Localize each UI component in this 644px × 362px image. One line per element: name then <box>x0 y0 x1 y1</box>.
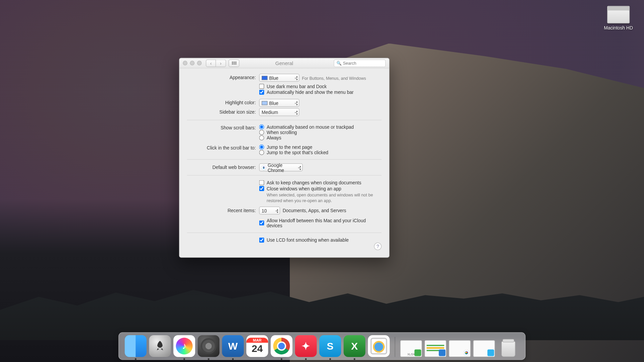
click-spot-radio[interactable] <box>259 150 264 155</box>
scroll-when-radio[interactable] <box>259 130 264 135</box>
rocket-icon <box>154 340 166 353</box>
chevrons-icon: ▴▾ <box>296 75 298 81</box>
appearance-label: Appearance: <box>187 74 259 80</box>
scroll-auto-label: Automatically based on mouse or trackpad <box>267 124 354 129</box>
close-button[interactable] <box>183 61 187 65</box>
lcd-smoothing-checkbox[interactable] <box>259 238 264 243</box>
browser-value: Google Chrome <box>268 162 296 172</box>
highlight-swatch-icon <box>262 101 268 105</box>
window-traffic-lights <box>183 61 202 65</box>
scroll-auto-radio[interactable] <box>259 124 264 129</box>
sidebar-size-label: Sidebar icon size: <box>187 108 259 115</box>
dock-app-skype[interactable]: S <box>319 335 341 357</box>
search-icon: 🔍 <box>336 61 341 65</box>
window-titlebar[interactable]: ‹ › General 🔍 <box>179 58 389 68</box>
chrome-icon <box>273 338 290 355</box>
dock-app-itunes[interactable] <box>173 335 195 357</box>
dock-app-excel[interactable]: X <box>343 335 365 357</box>
running-indicator-icon <box>329 358 331 360</box>
dock-trash[interactable] <box>497 335 519 357</box>
chrome-icon <box>262 165 266 170</box>
appearance-value: Blue <box>269 75 279 80</box>
preferences-body: Appearance: Blue ▴▾ For Buttons, Menus, … <box>179 68 389 257</box>
autohide-menubar-checkbox[interactable] <box>259 90 264 95</box>
dock-separator <box>395 337 395 357</box>
highlight-select[interactable]: Blue ▴▾ <box>259 99 300 107</box>
close-windows-checkbox[interactable] <box>259 186 264 191</box>
appearance-select[interactable]: Blue ▴▾ <box>259 74 300 82</box>
handoff-label: Allow Handoff between this Mac and your … <box>267 218 382 228</box>
handoff-checkbox[interactable] <box>259 221 264 226</box>
scrollbars-label: Show scroll bars: <box>187 124 259 130</box>
ask-keep-label: Ask to keep changes when closing documen… <box>267 180 361 185</box>
search-input[interactable] <box>343 61 383 65</box>
dock-app-system-preferences[interactable] <box>198 335 219 357</box>
divider <box>187 120 382 120</box>
close-windows-label: Close windows when quitting an app <box>267 186 341 191</box>
recent-items-select[interactable]: 10 ▴▾ <box>259 206 280 215</box>
sidebar-size-select[interactable]: Medium ▴▾ <box>259 108 300 116</box>
excel-letter: X <box>351 340 358 352</box>
divider <box>187 233 382 233</box>
running-indicator-icon <box>305 358 307 360</box>
search-field[interactable]: 🔍 <box>334 59 386 67</box>
blue-swatch-icon <box>262 76 268 80</box>
recent-items-hint: Documents, Apps, and Servers <box>283 208 346 213</box>
running-indicator-icon <box>208 358 209 360</box>
appearance-hint: For Buttons, Menus, and Windows <box>302 76 366 81</box>
desktop-icon-macintosh-hd[interactable]: Macintosh HD <box>602 6 635 31</box>
divider <box>187 175 382 176</box>
browser-label: Default web browser: <box>187 164 259 170</box>
dock-app-mail[interactable] <box>368 335 390 357</box>
browser-select[interactable]: Google Chrome ▴▾ <box>259 164 303 172</box>
dock-minimized-window-chrome[interactable] <box>449 340 471 357</box>
dock-minimized-window-word[interactable] <box>425 340 446 357</box>
running-indicator-icon <box>183 358 185 360</box>
highlight-value: Blue <box>269 100 279 105</box>
skype-badge-icon <box>487 350 494 356</box>
chevrons-icon: ▴▾ <box>277 208 278 214</box>
dock-app-word[interactable]: W <box>222 335 244 357</box>
show-all-button[interactable] <box>228 59 239 67</box>
scroll-always-radio[interactable] <box>259 135 264 140</box>
dock-minimized-window-skype[interactable] <box>473 340 495 357</box>
zoom-button[interactable] <box>197 61 202 65</box>
chrome-badge-icon <box>463 350 470 356</box>
minimize-button[interactable] <box>190 61 195 65</box>
help-button[interactable]: ? <box>374 243 382 250</box>
dock-minimized-window-xlsx[interactable]: XLSX <box>400 340 422 357</box>
dock-app-launchpad[interactable] <box>149 335 171 357</box>
dock-app-calendar[interactable]: MAR 24 <box>246 335 268 357</box>
click-scroll-label: Click in the scroll bar to: <box>187 144 259 150</box>
forward-button[interactable]: › <box>216 59 226 67</box>
recent-items-label: Recent items: <box>187 206 259 213</box>
running-indicator-icon <box>135 358 137 360</box>
autohide-menubar-label: Automatically hide and show the menu bar <box>267 90 354 95</box>
chevrons-icon: ▴▾ <box>300 165 301 171</box>
excel-badge-icon <box>415 350 421 356</box>
scroll-always-label: Always <box>267 135 281 140</box>
running-indicator-icon <box>354 358 355 360</box>
running-indicator-icon <box>232 358 234 360</box>
ask-keep-checkbox[interactable] <box>259 180 264 185</box>
running-indicator-icon <box>281 358 282 360</box>
dock-app-chrome[interactable] <box>271 335 292 357</box>
desktop-icon-label: Macintosh HD <box>602 25 635 30</box>
click-next-radio[interactable] <box>259 144 264 149</box>
click-spot-label: Jump to the spot that's clicked <box>267 150 328 155</box>
stamp-icon <box>370 338 387 355</box>
click-next-label: Jump to the next page <box>267 144 312 149</box>
recent-items-value: 10 <box>262 208 267 213</box>
word-badge-icon <box>439 350 445 356</box>
dock-app-finder[interactable] <box>125 335 147 357</box>
back-button[interactable]: ‹ <box>206 59 216 67</box>
dock-app-red[interactable]: ✦ <box>295 335 317 357</box>
syspref-general-window: ‹ › General 🔍 Appearance: Blue ▴▾ For Bu… <box>179 58 390 258</box>
chevrons-icon: ▴▾ <box>296 100 298 106</box>
itunes-icon <box>176 338 193 355</box>
dark-menu-checkbox[interactable] <box>259 84 264 89</box>
word-letter: W <box>228 340 237 352</box>
sidebar-size-value: Medium <box>262 110 278 115</box>
harddrive-icon <box>607 6 630 24</box>
spacer <box>187 237 259 238</box>
